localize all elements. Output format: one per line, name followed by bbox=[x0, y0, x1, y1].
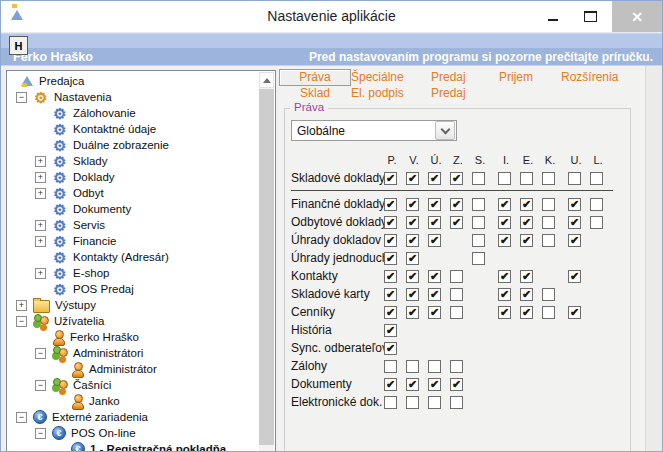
expander-minus-icon[interactable]: − bbox=[35, 348, 46, 359]
expander-minus-icon[interactable]: − bbox=[35, 380, 46, 391]
matrix-checkbox[interactable] bbox=[542, 216, 555, 229]
matrix-checkbox[interactable] bbox=[472, 216, 485, 229]
scroll-up-button[interactable] bbox=[259, 72, 274, 88]
matrix-checkbox[interactable] bbox=[450, 306, 463, 319]
matrix-checkbox[interactable]: ✔ bbox=[428, 270, 441, 283]
matrix-checkbox[interactable]: ✔ bbox=[498, 198, 511, 211]
matrix-checkbox[interactable]: ✔ bbox=[498, 234, 511, 247]
matrix-checkbox[interactable]: ✔ bbox=[384, 378, 397, 391]
tree-item[interactable]: ⚙Zálohovanie bbox=[8, 105, 259, 121]
tree-item[interactable]: +⚙E-shop bbox=[8, 265, 259, 281]
matrix-checkbox[interactable]: ✔ bbox=[406, 198, 419, 211]
matrix-checkbox[interactable] bbox=[450, 360, 463, 373]
matrix-checkbox[interactable] bbox=[450, 396, 463, 409]
tree-item[interactable]: ⚙Kontakty (Adresár) bbox=[8, 249, 259, 265]
matrix-checkbox[interactable]: ✔ bbox=[428, 172, 441, 185]
matrix-checkbox[interactable] bbox=[428, 360, 441, 373]
tree-item[interactable]: €1 - Registračná pokladňa bbox=[8, 441, 259, 452]
matrix-checkbox[interactable] bbox=[498, 172, 511, 185]
tree-item[interactable]: Administrátor bbox=[8, 361, 259, 377]
matrix-checkbox[interactable]: ✔ bbox=[384, 342, 397, 355]
matrix-checkbox[interactable]: ✔ bbox=[428, 378, 441, 391]
expander-minus-icon[interactable]: − bbox=[16, 316, 27, 327]
matrix-checkbox[interactable]: ✔ bbox=[568, 270, 581, 283]
matrix-checkbox[interactable] bbox=[542, 172, 555, 185]
matrix-checkbox[interactable]: ✔ bbox=[384, 306, 397, 319]
matrix-checkbox[interactable] bbox=[472, 172, 485, 185]
matrix-checkbox[interactable]: ✔ bbox=[428, 216, 441, 229]
matrix-checkbox[interactable]: ✔ bbox=[520, 306, 533, 319]
matrix-checkbox[interactable]: ✔ bbox=[520, 234, 533, 247]
matrix-checkbox[interactable]: ✔ bbox=[384, 252, 397, 265]
matrix-checkbox[interactable]: ✔ bbox=[384, 234, 397, 247]
matrix-checkbox[interactable]: ✔ bbox=[384, 324, 397, 337]
matrix-checkbox[interactable]: ✔ bbox=[406, 252, 419, 265]
tab-sklad[interactable]: Sklad bbox=[279, 86, 351, 100]
tree-item[interactable]: Janko bbox=[8, 393, 259, 409]
matrix-checkbox[interactable]: ✔ bbox=[520, 270, 533, 283]
tree-item[interactable]: −€Externé zariadenia bbox=[8, 409, 259, 425]
tree-item[interactable]: +⚙Financie bbox=[8, 233, 259, 249]
matrix-checkbox[interactable]: ✔ bbox=[384, 270, 397, 283]
matrix-checkbox[interactable]: ✔ bbox=[450, 216, 463, 229]
expander-plus-icon[interactable]: + bbox=[35, 220, 46, 231]
matrix-checkbox[interactable]: ✔ bbox=[568, 234, 581, 247]
tree-item[interactable]: −Užívatelia bbox=[8, 313, 259, 329]
tree-item[interactable]: Ferko Hraško bbox=[8, 329, 259, 345]
matrix-checkbox[interactable] bbox=[450, 270, 463, 283]
matrix-checkbox[interactable] bbox=[450, 288, 463, 301]
matrix-checkbox[interactable]: ✔ bbox=[520, 198, 533, 211]
matrix-checkbox[interactable] bbox=[542, 234, 555, 247]
scrollbar-thumb[interactable] bbox=[259, 89, 274, 445]
matrix-checkbox[interactable]: ✔ bbox=[428, 306, 441, 319]
tree-item[interactable]: −⚙Nastavenia bbox=[8, 89, 259, 105]
matrix-checkbox[interactable]: ✔ bbox=[406, 378, 419, 391]
matrix-checkbox[interactable]: ✔ bbox=[406, 288, 419, 301]
tree-item[interactable]: +⚙Sklady bbox=[8, 153, 259, 169]
h-tab[interactable]: H bbox=[9, 36, 28, 55]
matrix-checkbox[interactable]: ✔ bbox=[498, 288, 511, 301]
matrix-checkbox[interactable]: ✔ bbox=[406, 234, 419, 247]
matrix-checkbox[interactable]: ✔ bbox=[406, 270, 419, 283]
tree-item[interactable]: ⚙Kontaktné údaje bbox=[8, 121, 259, 137]
maximize-button[interactable] bbox=[575, 1, 605, 32]
tree-item[interactable]: ⚙Dokumenty bbox=[8, 201, 259, 217]
expander-plus-icon[interactable]: + bbox=[16, 300, 27, 311]
tab--peci-lne[interactable]: Špeciálne bbox=[351, 70, 431, 84]
tree-item[interactable]: −€POS On-line bbox=[8, 425, 259, 441]
matrix-checkbox[interactable]: ✔ bbox=[450, 172, 463, 185]
expander-minus-icon[interactable]: − bbox=[35, 428, 46, 439]
tab-prijem[interactable]: Prijem bbox=[499, 70, 561, 84]
matrix-checkbox[interactable] bbox=[406, 360, 419, 373]
expander-plus-icon[interactable]: + bbox=[35, 156, 46, 167]
matrix-checkbox[interactable]: ✔ bbox=[384, 172, 397, 185]
tree-item[interactable]: ⚙Duálne zobrazenie bbox=[8, 137, 259, 153]
matrix-checkbox[interactable]: ✔ bbox=[428, 288, 441, 301]
matrix-checkbox[interactable]: ✔ bbox=[428, 234, 441, 247]
matrix-checkbox[interactable]: ✔ bbox=[384, 216, 397, 229]
matrix-checkbox[interactable] bbox=[472, 252, 485, 265]
expander-minus-icon[interactable]: − bbox=[16, 92, 27, 103]
select-dropdown-button[interactable] bbox=[435, 121, 455, 140]
matrix-checkbox[interactable]: ✔ bbox=[568, 198, 581, 211]
expander-plus-icon[interactable]: + bbox=[35, 236, 46, 247]
matrix-checkbox[interactable] bbox=[590, 216, 603, 229]
matrix-checkbox[interactable]: ✔ bbox=[384, 198, 397, 211]
matrix-checkbox[interactable]: ✔ bbox=[568, 306, 581, 319]
expander-plus-icon[interactable]: + bbox=[35, 268, 46, 279]
matrix-checkbox[interactable] bbox=[542, 306, 555, 319]
tree-item[interactable]: +Výstupy bbox=[8, 297, 259, 313]
matrix-checkbox[interactable]: ✔ bbox=[428, 198, 441, 211]
matrix-checkbox[interactable] bbox=[428, 396, 441, 409]
matrix-checkbox[interactable]: ✔ bbox=[520, 288, 533, 301]
matrix-checkbox[interactable]: ✔ bbox=[498, 216, 511, 229]
tab-predaj[interactable]: Predaj bbox=[431, 86, 499, 100]
tree-item[interactable]: ⚙POS Predaj bbox=[8, 281, 259, 297]
matrix-checkbox[interactable] bbox=[590, 172, 603, 185]
matrix-checkbox[interactable] bbox=[542, 198, 555, 211]
matrix-checkbox[interactable]: ✔ bbox=[450, 198, 463, 211]
tree-item[interactable]: +⚙Servis bbox=[8, 217, 259, 233]
expander-plus-icon[interactable]: + bbox=[35, 188, 46, 199]
matrix-checkbox[interactable] bbox=[520, 172, 533, 185]
tab-el-podpis[interactable]: El. podpis bbox=[351, 86, 431, 100]
